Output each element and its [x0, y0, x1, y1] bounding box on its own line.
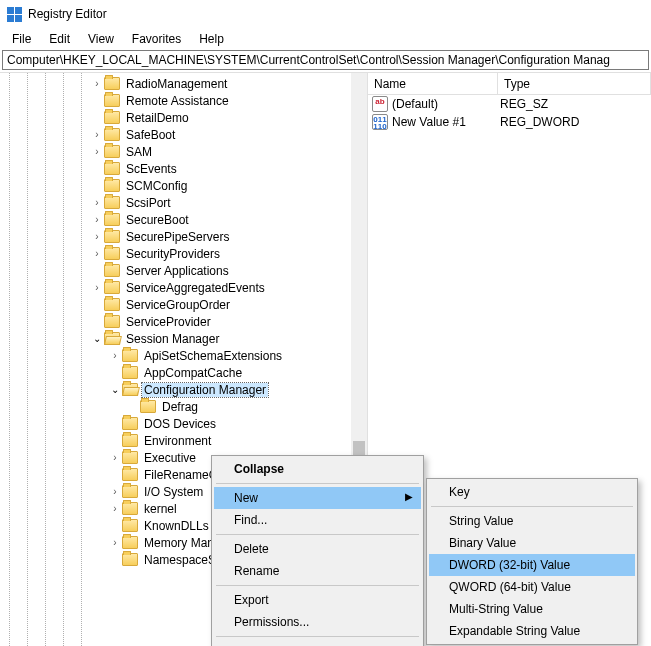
tree-node[interactable]: SCMConfig: [0, 177, 367, 194]
tree-node[interactable]: AppCompatCache: [0, 364, 367, 381]
tree-node[interactable]: ›SafeBoot: [0, 126, 367, 143]
tree-node-label: I/O System: [142, 485, 205, 499]
separator: [216, 483, 419, 484]
ctx-collapse[interactable]: Collapse: [214, 458, 421, 480]
sub-dword[interactable]: DWORD (32-bit) Value: [429, 554, 635, 576]
tree-node[interactable]: ScEvents: [0, 160, 367, 177]
ctx-find[interactable]: Find...: [214, 509, 421, 531]
tree-node-label: Server Applications: [124, 264, 231, 278]
expander-icon[interactable]: ›: [108, 350, 122, 361]
tree-node[interactable]: Server Applications: [0, 262, 367, 279]
separator: [216, 636, 419, 637]
menu-edit[interactable]: Edit: [41, 30, 78, 48]
ctx-new-label: New: [234, 491, 258, 505]
menu-file[interactable]: File: [4, 30, 39, 48]
expander-icon[interactable]: ›: [90, 231, 104, 242]
menu-view[interactable]: View: [80, 30, 122, 48]
expander-icon[interactable]: ›: [90, 78, 104, 89]
string-value-icon: ab: [372, 96, 388, 112]
values-header[interactable]: Name Type: [368, 73, 651, 95]
tree-node-label: SecureBoot: [124, 213, 191, 227]
expander-icon[interactable]: ›: [108, 537, 122, 548]
tree-node[interactable]: ServiceGroupOrder: [0, 296, 367, 313]
expander-icon[interactable]: ⌄: [90, 333, 104, 344]
tree-node[interactable]: ›ScsiPort: [0, 194, 367, 211]
col-name[interactable]: Name: [368, 73, 498, 94]
tree-node[interactable]: ›ServiceAggregatedEvents: [0, 279, 367, 296]
expander-icon[interactable]: ›: [108, 452, 122, 463]
folder-icon: [122, 349, 138, 362]
expander-icon[interactable]: ›: [90, 282, 104, 293]
tree-node[interactable]: ServiceProvider: [0, 313, 367, 330]
folder-icon: [104, 111, 120, 124]
folder-icon: [122, 485, 138, 498]
tree-node-label: ServiceProvider: [124, 315, 213, 329]
regedit-icon: [6, 6, 22, 22]
tree-node-label: Configuration Manager: [142, 383, 268, 397]
menu-favorites[interactable]: Favorites: [124, 30, 189, 48]
expander-icon[interactable]: ›: [90, 146, 104, 157]
tree-node[interactable]: Remote Assistance: [0, 92, 367, 109]
col-type[interactable]: Type: [498, 73, 651, 94]
expander-icon[interactable]: ›: [108, 503, 122, 514]
expander-icon[interactable]: ›: [90, 197, 104, 208]
value-row[interactable]: 011 110New Value #1REG_DWORD: [368, 113, 651, 131]
tree-node[interactable]: ›SecureBoot: [0, 211, 367, 228]
tree-node[interactable]: ⌄Configuration Manager: [0, 381, 367, 398]
folder-icon: [122, 536, 138, 549]
folder-icon: [122, 519, 138, 532]
context-menu[interactable]: Collapse New ▶ Find... Delete Rename Exp…: [211, 455, 424, 646]
ctx-permissions[interactable]: Permissions...: [214, 611, 421, 633]
context-submenu-new[interactable]: Key String Value Binary Value DWORD (32-…: [426, 478, 638, 645]
expander-icon[interactable]: ⌄: [108, 384, 122, 395]
folder-icon: [104, 77, 120, 90]
folder-icon: [104, 315, 120, 328]
tree-node[interactable]: Environment: [0, 432, 367, 449]
tree-node-label: SAM: [124, 145, 154, 159]
ctx-copy-key-name[interactable]: Copy Key Name: [214, 640, 421, 646]
tree-node-label: ScEvents: [124, 162, 179, 176]
tree-node[interactable]: ›SAM: [0, 143, 367, 160]
tree-node-label: KnownDLLs: [142, 519, 211, 533]
tree-node[interactable]: ⌄Session Manager: [0, 330, 367, 347]
folder-icon: [122, 434, 138, 447]
sub-expandable[interactable]: Expandable String Value: [429, 620, 635, 642]
folder-icon: [104, 332, 120, 345]
expander-icon[interactable]: ›: [90, 129, 104, 140]
sub-multistring[interactable]: Multi-String Value: [429, 598, 635, 620]
window-title: Registry Editor: [28, 7, 107, 21]
sub-qword[interactable]: QWORD (64-bit) Value: [429, 576, 635, 598]
tree-node[interactable]: RetailDemo: [0, 109, 367, 126]
folder-icon: [104, 281, 120, 294]
tree-node-label: Session Manager: [124, 332, 221, 346]
tree-node[interactable]: DOS Devices: [0, 415, 367, 432]
folder-icon: [104, 94, 120, 107]
ctx-delete[interactable]: Delete: [214, 538, 421, 560]
menu-help[interactable]: Help: [191, 30, 232, 48]
tree-node[interactable]: ›ApiSetSchemaExtensions: [0, 347, 367, 364]
folder-icon: [104, 196, 120, 209]
expander-icon[interactable]: ›: [108, 486, 122, 497]
separator: [431, 506, 633, 507]
ctx-export[interactable]: Export: [214, 589, 421, 611]
expander-icon[interactable]: ›: [90, 248, 104, 259]
tree-node[interactable]: ›RadioManagement: [0, 75, 367, 92]
address-bar[interactable]: Computer\HKEY_LOCAL_MACHINE\SYSTEM\Curre…: [2, 50, 649, 70]
tree-node[interactable]: ›SecurityProviders: [0, 245, 367, 262]
sub-binary[interactable]: Binary Value: [429, 532, 635, 554]
folder-icon: [104, 247, 120, 260]
ctx-rename[interactable]: Rename: [214, 560, 421, 582]
folder-icon: [104, 213, 120, 226]
tree-node-label: ServiceGroupOrder: [124, 298, 232, 312]
sub-key[interactable]: Key: [429, 481, 635, 503]
value-row[interactable]: ab(Default)REG_SZ: [368, 95, 651, 113]
folder-icon: [122, 502, 138, 515]
sub-string[interactable]: String Value: [429, 510, 635, 532]
ctx-new[interactable]: New ▶: [214, 487, 421, 509]
value-name: (Default): [392, 97, 500, 111]
expander-icon[interactable]: ›: [90, 214, 104, 225]
titlebar: Registry Editor: [0, 0, 651, 28]
tree-node[interactable]: Defrag: [0, 398, 367, 415]
tree-node[interactable]: ›SecurePipeServers: [0, 228, 367, 245]
submenu-arrow-icon: ▶: [405, 491, 413, 502]
